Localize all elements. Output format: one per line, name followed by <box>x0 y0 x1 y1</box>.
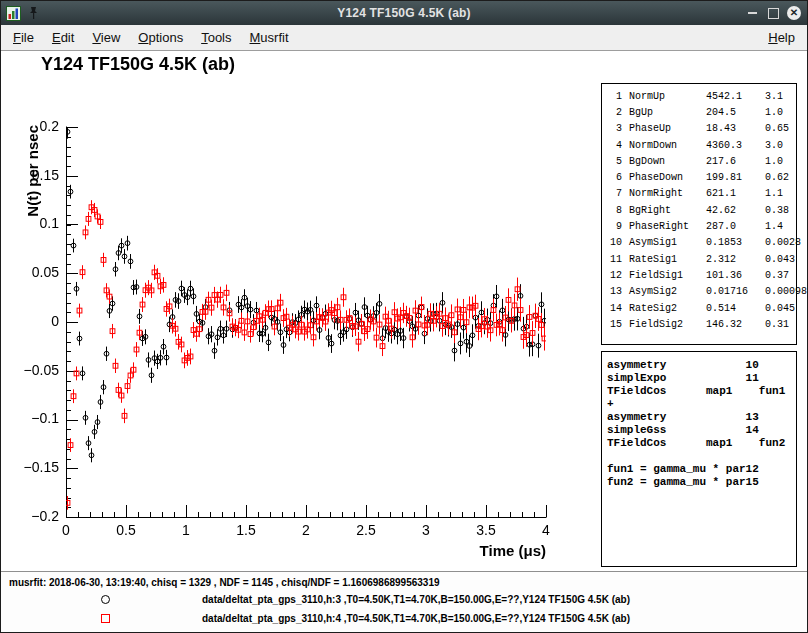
parameter-row: 13AsymSig20.017160.00098 <box>606 284 796 300</box>
theory-line: fun2 = gamma_mu * par15 <box>607 476 796 489</box>
parameter-row: 3PhaseUp18.430.65 <box>606 121 796 137</box>
menu-item-musrfit[interactable]: Musrfit <box>241 27 298 48</box>
parameter-n: 15 <box>606 319 622 330</box>
plot-area: Y124 TF150G 4.5K (ab) 1NormUp4542.13.12B… <box>1 51 808 571</box>
close-icon: ✕ <box>787 6 801 20</box>
minimize-button[interactable] <box>744 5 760 21</box>
plot-title: Y124 TF150G 4.5K (ab) <box>41 54 235 75</box>
parameter-n: 11 <box>606 254 622 265</box>
status-area: musrfit: 2018-06-30, 13:19:40, chisq = 1… <box>1 571 808 633</box>
legend-row: data/deltat_pta_gps_3110,h:4 ,T0=4.50K,T… <box>1 609 808 628</box>
parameter-name: PhaseRight <box>629 221 699 232</box>
titlebar[interactable]: Y124 TF150G 4.5K (ab) ✕ <box>1 1 807 25</box>
parameter-row: 1NormUp4542.13.1 <box>606 88 796 104</box>
parameter-row: 14RateSig20.5140.045 <box>606 300 796 316</box>
parameter-row: 2BgUp204.51.0 <box>606 104 796 120</box>
parameter-error: 1.1 <box>765 188 796 199</box>
parameter-error: 3.0 <box>765 140 796 151</box>
theory-line: simplExpo 11 <box>607 372 796 385</box>
theory-line: asymmetry 13 <box>607 411 796 424</box>
parameter-n: 5 <box>606 156 622 167</box>
parameter-row: 5BgDown217.61.0 <box>606 153 796 169</box>
parameter-error: 0.37 <box>765 270 796 281</box>
parameter-n: 13 <box>606 286 622 297</box>
parameter-value: 199.81 <box>706 172 758 183</box>
parameter-value: 0.1853 <box>706 237 758 248</box>
parameter-row: 11RateSig12.3120.043 <box>606 251 796 267</box>
parameter-name: FieldSig2 <box>629 319 699 330</box>
musr-plot-canvas[interactable] <box>1 51 571 571</box>
parameter-value: 4542.1 <box>706 91 758 102</box>
menu-item-view[interactable]: View <box>83 27 129 48</box>
parameter-error: 0.045 <box>765 303 796 314</box>
parameter-n: 3 <box>606 123 622 134</box>
parameter-name: RateSig1 <box>629 254 699 265</box>
parameter-error: 0.00098 <box>765 286 807 297</box>
parameter-name: RateSig2 <box>629 303 699 314</box>
parameter-value: 204.5 <box>706 107 758 118</box>
parameter-value: 4360.3 <box>706 140 758 151</box>
fit-info: musrfit: 2018-06-30, 13:19:40, chisq = 1… <box>9 577 808 588</box>
parameter-row: 9PhaseRight287.01.4 <box>606 218 796 234</box>
parameter-error: 0.65 <box>765 123 796 134</box>
minimize-icon <box>748 12 757 14</box>
parameter-value: 101.36 <box>706 270 758 281</box>
parameter-box: 1NormUp4542.13.12BgUp204.51.03PhaseUp18.… <box>601 83 797 345</box>
parameter-value: 287.0 <box>706 221 758 232</box>
parameter-n: 9 <box>606 221 622 232</box>
menu-item-tools[interactable]: Tools <box>192 27 240 48</box>
theory-line <box>607 450 796 463</box>
theory-line: simpleGss 14 <box>607 424 796 437</box>
parameter-row: 15FieldSig2146.320.31 <box>606 316 796 332</box>
menu-item-options[interactable]: Options <box>129 27 192 48</box>
menubar: FileEditViewOptionsToolsMusrfit Help <box>1 25 807 51</box>
parameter-row: 6PhaseDown199.810.62 <box>606 169 796 185</box>
theory-line: asymmetry 10 <box>607 359 796 372</box>
parameter-name: BgUp <box>629 107 699 118</box>
menu-item-help[interactable]: Help <box>759 27 804 48</box>
parameter-n: 12 <box>606 270 622 281</box>
square-marker-icon <box>101 614 110 623</box>
legend-row: data/deltat_pta_gps_3110,h:3 ,T0=4.50K,T… <box>1 590 808 609</box>
legend: data/deltat_pta_gps_3110,h:3 ,T0=4.50K,T… <box>1 590 808 628</box>
parameter-name: FieldSig1 <box>629 270 699 281</box>
parameter-error: 1.0 <box>765 107 796 118</box>
theory-line: + <box>607 398 796 411</box>
parameter-value: 621.1 <box>706 188 758 199</box>
theory-line: TFieldCos map1 fun2 <box>607 437 796 450</box>
parameter-error: 0.31 <box>765 319 796 330</box>
parameter-value: 146.32 <box>706 319 758 330</box>
parameter-name: PhaseDown <box>629 172 699 183</box>
parameter-value: 2.312 <box>706 254 758 265</box>
parameter-value: 42.62 <box>706 205 758 216</box>
musrview-window: Y124 TF150G 4.5K (ab) ✕ FileEditViewOpti… <box>0 0 808 633</box>
parameter-n: 1 <box>606 91 622 102</box>
parameter-error: 0.38 <box>765 205 796 216</box>
parameter-value: 0.01716 <box>706 286 758 297</box>
pin-icon[interactable] <box>27 6 40 20</box>
menu-item-file[interactable]: File <box>4 27 43 48</box>
parameter-value: 18.43 <box>706 123 758 134</box>
parameter-error: 0.0028 <box>765 237 801 248</box>
theory-box: asymmetry 10simplExpo 11TFieldCos map1 f… <box>601 351 797 567</box>
parameter-n: 10 <box>606 237 622 248</box>
app-icon[interactable] <box>6 6 21 21</box>
parameter-name: NormRight <box>629 188 699 199</box>
parameter-n: 8 <box>606 205 622 216</box>
parameter-name: AsymSig1 <box>629 237 699 248</box>
close-button[interactable]: ✕ <box>786 5 802 21</box>
maximize-icon <box>768 8 779 19</box>
parameter-error: 0.62 <box>765 172 796 183</box>
parameter-error: 3.1 <box>765 91 796 102</box>
parameter-name: BgDown <box>629 156 699 167</box>
legend-label: data/deltat_pta_gps_3110,h:4 ,T0=4.50K,T… <box>202 613 630 624</box>
theory-line: TFieldCos map1 fun1 <box>607 385 796 398</box>
menu-item-edit[interactable]: Edit <box>43 27 83 48</box>
parameter-name: BgRight <box>629 205 699 216</box>
circle-marker-icon <box>101 595 110 604</box>
parameter-name: AsymSig2 <box>629 286 699 297</box>
maximize-button[interactable] <box>765 5 781 21</box>
parameter-n: 7 <box>606 188 622 199</box>
parameter-n: 4 <box>606 140 622 151</box>
parameter-error: 0.043 <box>765 254 796 265</box>
